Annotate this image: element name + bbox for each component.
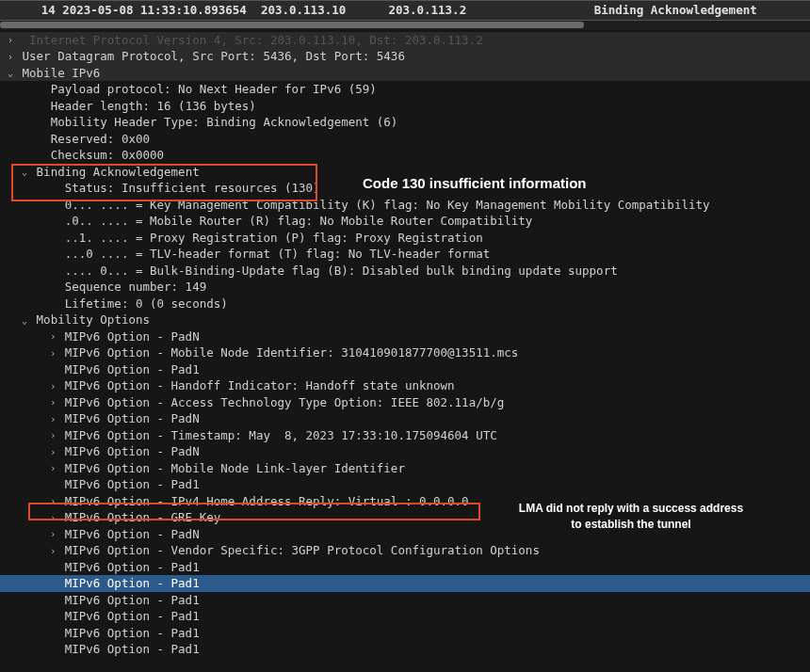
tree-row[interactable]: MIPv6 Option - Pad1 (0, 476, 810, 493)
tree-row[interactable]: Reserved: 0x00 (0, 131, 810, 148)
tree-row-text: MIPv6 Option - PadN (65, 329, 200, 344)
tree-row-text: Mobility Header Type: Binding Acknowledg… (51, 115, 398, 129)
tree-arrow-none (48, 232, 57, 245)
tree-indent (6, 99, 34, 113)
tree-indent (6, 395, 48, 409)
scrollbar-thumb[interactable] (0, 22, 584, 28)
tree-indent (6, 214, 48, 228)
tree-row[interactable]: ..1. .... = Proxy Registration (P) flag:… (0, 230, 810, 247)
tree-indent (6, 165, 20, 179)
chevron-right-icon: › (48, 545, 57, 558)
tree-indent (6, 132, 34, 146)
tree-indent (6, 329, 48, 344)
tree-row-text: .0.. .... = Mobile Router (R) flag: No M… (65, 214, 533, 228)
chevron-right-icon: › (48, 396, 57, 409)
tree-row-text: .... 0... = Bulk-Binding-Update flag (B)… (65, 264, 618, 278)
tree-row[interactable]: MIPv6 Option - Pad1 (0, 575, 810, 592)
chevron-right-icon: › (48, 512, 57, 525)
tree-row[interactable]: .... 0... = Bulk-Binding-Update flag (B)… (0, 263, 810, 280)
tree-row[interactable]: › MIPv6 Option - IPv4 Home Address Reply… (0, 493, 810, 510)
tree-indent (6, 560, 48, 574)
tree-indent (6, 494, 48, 508)
tree-row[interactable]: ⌄ Mobile IPv6 (0, 65, 810, 82)
tree-arrow-none (48, 644, 57, 657)
chevron-right-icon: › (48, 495, 57, 508)
tree-row-text: MIPv6 Option - Vendor Specific: 3GPP Pro… (65, 543, 540, 557)
tree-row-text: MIPv6 Option - Pad1 (65, 576, 200, 590)
tree-row[interactable]: Mobility Header Type: Binding Acknowledg… (0, 114, 810, 131)
chevron-right-icon: › (48, 446, 57, 459)
chevron-right-icon: › (6, 51, 15, 64)
tree-row[interactable]: 0... .... = Key Management Compatibility… (0, 197, 810, 214)
tree-indent (6, 593, 48, 607)
tree-indent (6, 626, 48, 640)
tree-row[interactable]: › MIPv6 Option - PadN (0, 328, 810, 345)
tree-row-text: MIPv6 Option - Pad1 (65, 362, 200, 376)
tree-row[interactable]: MIPv6 Option - Pad1 (0, 608, 810, 625)
tree-indent (6, 477, 48, 491)
tree-row[interactable]: › MIPv6 Option - Mobile Node Identifier:… (0, 344, 810, 361)
tree-row-text: MIPv6 Option - PadN (65, 444, 200, 458)
tree-arrow-none (48, 264, 57, 278)
tree-row[interactable]: Checksum: 0x0000 (0, 147, 810, 164)
tree-row[interactable]: Lifetime: 0 (0 seconds) (0, 296, 810, 312)
chevron-right-icon: › (48, 528, 57, 541)
tree-indent (6, 428, 48, 442)
tree-row[interactable]: › User Datagram Protocol, Src Port: 5436… (0, 48, 810, 65)
tree-arrow-none (34, 84, 43, 97)
tree-arrow-none (48, 183, 57, 196)
tree-arrow-none (34, 117, 43, 130)
tree-row[interactable]: .0.. .... = Mobile Router (R) flag: No M… (0, 213, 810, 230)
tree-row-text: ..1. .... = Proxy Registration (P) flag:… (65, 231, 483, 245)
tree-row-text: MIPv6 Option - Pad1 (65, 626, 200, 640)
tree-row[interactable]: Status: Insufficient resources (130) (0, 180, 810, 197)
tree-row[interactable]: MIPv6 Option - Pad1 (0, 592, 810, 609)
tree-row[interactable]: › MIPv6 Option - Mobile Node Link-layer … (0, 460, 810, 477)
tree-indent (6, 378, 48, 392)
tree-row-truncated[interactable]: › Internet Protocol Version 4, Src: 203.… (0, 32, 810, 49)
tree-row[interactable]: › MIPv6 Option - PadN (0, 410, 810, 427)
packet-list-hscroll[interactable] (0, 21, 810, 30)
tree-row[interactable]: ⌄ Mobility Options (0, 312, 810, 328)
tree-row[interactable]: MIPv6 Option - Pad1 (0, 559, 810, 576)
tree-indent (6, 461, 48, 475)
tree-row-text: Checksum: 0x0000 (51, 148, 164, 162)
tree-row[interactable]: › MIPv6 Option - GRE Key (0, 509, 810, 526)
tree-indent (6, 82, 34, 96)
tree-row[interactable]: › MIPv6 Option - PadN (0, 526, 810, 543)
chevron-down-icon: ⌄ (6, 67, 15, 80)
tree-row[interactable]: ⌄ Binding Acknowledgement (0, 164, 810, 181)
tree-row[interactable]: › MIPv6 Option - Vendor Specific: 3GPP P… (0, 542, 810, 559)
chevron-down-icon: ⌄ (20, 314, 29, 328)
tree-row[interactable]: ...0 .... = TLV-header format (T) flag: … (0, 246, 810, 263)
tree-row[interactable]: › MIPv6 Option - PadN (0, 443, 810, 460)
chevron-right-icon: › (48, 462, 57, 475)
tree-row[interactable]: Sequence number: 149 (0, 279, 810, 296)
tree-arrow-none (34, 150, 43, 163)
tree-row[interactable]: MIPv6 Option - Pad1 (0, 641, 810, 658)
tree-row[interactable]: MIPv6 Option - Pad1 (0, 625, 810, 642)
tree-row[interactable]: Header length: 16 (136 bytes) (0, 98, 810, 115)
tree-row-text: MIPv6 Option - Timestamp: May 8, 2023 17… (65, 428, 497, 442)
tree-row-text: Status: Insufficient resources (130) (65, 181, 320, 195)
tree-indent (6, 510, 48, 524)
tree-indent (6, 609, 48, 623)
packet-detail-tree[interactable]: › Internet Protocol Version 4, Src: 203.… (0, 30, 810, 658)
tree-arrow-none (48, 248, 57, 262)
tree-row-text: Internet Protocol Version 4, Src: 203.0.… (15, 33, 483, 47)
tree-row-text: MIPv6 Option - PadN (65, 527, 200, 541)
tree-row-text: MIPv6 Option - Mobile Node Link-layer Id… (65, 461, 405, 475)
tree-row-text: MIPv6 Option - PadN (65, 411, 200, 425)
tree-row-text: MIPv6 Option - GRE Key (65, 510, 221, 524)
tree-row[interactable]: › MIPv6 Option - Timestamp: May 8, 2023 … (0, 427, 810, 444)
tree-row[interactable]: › MIPv6 Option - Handoff Indicator: Hand… (0, 377, 810, 394)
tree-arrow-none (48, 594, 57, 607)
tree-indent (6, 444, 48, 458)
tree-row-text: MIPv6 Option - Pad1 (65, 609, 200, 623)
tree-row-text: Header length: 16 (136 bytes) (51, 99, 256, 113)
tree-row[interactable]: Payload protocol: No Next Header for IPv… (0, 81, 810, 98)
tree-row[interactable]: MIPv6 Option - Pad1 (0, 361, 810, 378)
tree-row-text: MIPv6 Option - IPv4 Home Address Reply: … (65, 494, 469, 508)
tree-row[interactable]: › MIPv6 Option - Access Technology Type … (0, 394, 810, 411)
packet-list-row[interactable]: 14 2023-05-08 11:33:10.893654 203.0.113.… (0, 0, 810, 21)
